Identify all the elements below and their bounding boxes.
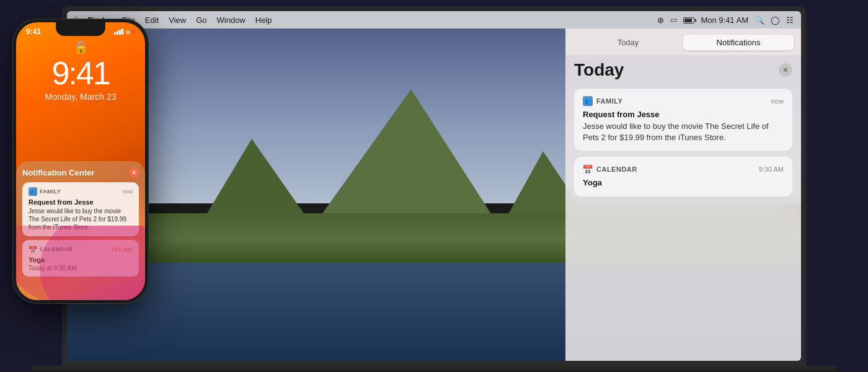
airplay-icon[interactable]: ▭ [670, 16, 677, 24]
calendar-app-info: CAL 23 CALENDAR [583, 164, 637, 174]
iphone-notch [56, 22, 105, 36]
window-menu[interactable]: Window [217, 16, 246, 25]
today-tab[interactable]: Today [573, 35, 683, 50]
family-app-icon: 👥 [583, 96, 593, 106]
iphone-clock-time: 9:41 [16, 57, 145, 89]
signal-bar-4 [122, 29, 123, 35]
menubar-right: ⊛ ▭ Mon 9:41 AM 🔍 ◯ ☷ [657, 14, 794, 25]
iphone-calendar-icon: CAL 23 [29, 245, 37, 254]
iphone-family-app-name: FAMILY [40, 188, 61, 195]
clear-button[interactable]: ✕ [779, 63, 792, 77]
battery-icon-iphone: ▮ [132, 29, 135, 35]
notifications-tab[interactable]: Notifications [683, 35, 794, 50]
iphone: 9:41 ⊛ ▮ 🔒 9:41 Monday, March 23 [12, 19, 149, 304]
iphone-family-icon: 👥 [29, 187, 37, 196]
menubar-left:  Finder File Edit View Go Window Help [74, 15, 657, 25]
signal-bars-icon [114, 29, 123, 35]
notification-tabs: Today Notifications [565, 29, 801, 55]
iphone-calendar-card-header: CAL 23 CALENDAR 11m ago [29, 245, 133, 254]
calendar-app-icon: CAL 23 [583, 164, 593, 174]
iphone-family-card-header: 👥 FAMILY now [29, 187, 133, 196]
iphone-notif-header: Notification Center ✕ [22, 167, 139, 177]
signal-bar-1 [114, 32, 116, 35]
family-notif-title: Request from Jesse [583, 110, 784, 119]
wifi-icon-iphone: ⊛ [125, 29, 130, 35]
go-menu[interactable]: Go [196, 16, 206, 25]
family-notif-body: Jesse would like to buy the movie The Se… [583, 121, 784, 143]
iphone-calendar-app-name: CALENDAR [40, 246, 73, 252]
control-center-icon[interactable]: ☷ [786, 16, 794, 25]
help-menu[interactable]: Help [255, 16, 272, 25]
family-app-name: FAMILY [596, 97, 622, 105]
macbook-chin [31, 366, 837, 372]
calendar-card-header: CAL 23 CALENDAR 9:30 AM [583, 164, 784, 174]
calendar-app-name: CALENDAR [596, 166, 637, 173]
lock-icon: 🔒 [73, 40, 89, 55]
family-notif-time: now [771, 97, 784, 105]
iphone-family-title: Request from Jesse [29, 198, 133, 206]
iphone-clock-date: Monday, March 23 [16, 92, 145, 102]
iphone-notification-center: Notification Center ✕ 👥 FAMILY now Reque… [16, 161, 145, 300]
family-app-info: 👥 FAMILY [583, 96, 622, 106]
notification-panel: Today Notifications Today ✕ 👥 FAMILY now [565, 29, 801, 361]
iphone-family-body: Jesse would like to buy the movie The Se… [29, 207, 133, 231]
iphone-calendar-card: CAL 23 CALENDAR 11m ago Yoga Today at 9:… [22, 240, 139, 277]
menubar:  Finder File Edit View Go Window Help ⊛… [67, 11, 801, 29]
menubar-time: Mon 9:41 AM [701, 16, 748, 25]
battery-status [683, 14, 694, 25]
iphone-family-time: now [122, 188, 133, 195]
iphone-calendar-time: 11m ago [111, 246, 133, 252]
signal-bar-3 [119, 30, 121, 35]
iphone-clock: 9:41 Monday, March 23 [16, 57, 145, 102]
iphone-notif-center-title: Notification Center [22, 168, 94, 177]
signal-bar-2 [117, 31, 118, 35]
calendar-notif-time: 9:30 AM [759, 166, 784, 173]
iphone-notif-close-button[interactable]: ✕ [129, 167, 139, 177]
today-header: Today ✕ [574, 60, 792, 80]
iphone-calendar-app-info: CAL 23 CALENDAR [29, 245, 73, 254]
iphone-family-card: 👥 FAMILY now Request from Jesse Jesse wo… [22, 182, 139, 236]
iphone-family-app-info: 👥 FAMILY [29, 187, 61, 196]
spotlight-search-icon[interactable]: 🔍 [755, 16, 764, 25]
iphone-status-icons: ⊛ ▮ [114, 29, 135, 35]
iphone-screen: 9:41 ⊛ ▮ 🔒 9:41 Monday, March 23 [16, 22, 145, 300]
calendar-notification-card: CAL 23 CALENDAR 9:30 AM Yoga [574, 157, 792, 197]
notification-body: Today ✕ 👥 FAMILY now Request from Jesse … [565, 55, 801, 361]
today-title: Today [574, 60, 624, 80]
macbook-screen:  Finder File Edit View Go Window Help ⊛… [67, 11, 801, 361]
view-menu[interactable]: View [169, 16, 186, 25]
family-card-header: 👥 FAMILY now [583, 96, 784, 106]
macbook:  Finder File Edit View Go Window Help ⊛… [62, 6, 806, 366]
iphone-calendar-event: Yoga [29, 256, 133, 264]
wifi-icon[interactable]: ⊛ [657, 16, 664, 25]
lock-container: 🔒 [16, 40, 145, 55]
family-notification-card: 👥 FAMILY now Request from Jesse Jesse wo… [574, 89, 792, 151]
calendar-notif-title: Yoga [583, 178, 784, 187]
siri-icon[interactable]: ◯ [771, 16, 780, 25]
edit-menu[interactable]: Edit [145, 16, 159, 25]
iphone-calendar-sub: Today at 9:30 AM [29, 265, 133, 272]
